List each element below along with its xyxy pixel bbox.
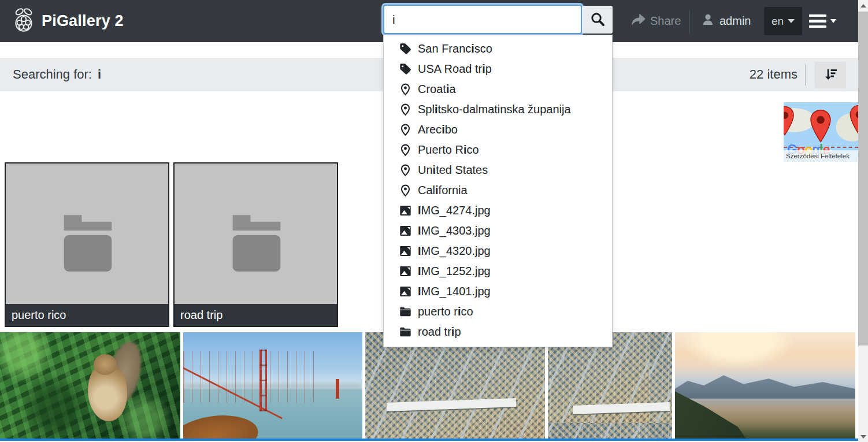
autocomplete-item-img-4274[interactable]: IMG_4274.jpg [384, 200, 612, 221]
search-input[interactable] [383, 5, 582, 34]
map-terms-link[interactable]: Szerződési Feltételek [784, 150, 858, 162]
autocomplete-item-label: Arecibo [418, 123, 458, 136]
map-marker-icon [809, 109, 832, 145]
city-art [387, 398, 516, 411]
scrollbar-thumb[interactable] [858, 12, 868, 346]
brand-link[interactable]: PiGallery 2 [10, 0, 124, 42]
bridge-art [183, 411, 261, 439]
autocomplete-item-united-states[interactable]: United States [384, 160, 612, 180]
directory-name: road trip [175, 304, 337, 326]
language-dropdown[interactable]: en [764, 7, 802, 35]
scrollbar-up-arrow[interactable] [858, 1, 868, 10]
autocomplete-item-label: IMG_4303.jpg [418, 224, 491, 237]
searching-for-text: Searching for: i [13, 58, 101, 91]
chevron-down-icon [830, 19, 836, 23]
autocomplete-item-arecibo[interactable]: Arecibo [384, 120, 612, 140]
folder-icon [399, 306, 411, 318]
photo-thumbnail-squirrel[interactable] [0, 332, 180, 439]
autocomplete-item-label: San Francisco [418, 42, 492, 55]
location-pin-icon [399, 144, 411, 156]
autocomplete-item-label: IMG_4274.jpg [418, 204, 491, 217]
user-menu-button[interactable]: admin [701, 0, 751, 42]
directory-name: puerto rico [6, 304, 168, 326]
autocomplete-item-label: California [418, 184, 468, 197]
share-button[interactable]: Share [632, 0, 681, 42]
image-icon [399, 245, 411, 257]
autocomplete-item-label: IMG_1252.jpg [418, 265, 491, 278]
location-pin-icon [399, 103, 411, 116]
autocomplete-item-label: puerto rico [418, 305, 473, 318]
image-icon [399, 205, 411, 217]
user-label: admin [719, 14, 751, 28]
tag-icon [399, 43, 411, 55]
search-query-text: i [98, 67, 101, 82]
photo-thumbnail-city-aerial[interactable] [365, 332, 545, 439]
directory-card-puerto-rico[interactable]: puerto rico [5, 162, 169, 327]
autocomplete-item-usa-road-trip[interactable]: USA Road trip [384, 59, 612, 79]
map-marker-icon [784, 106, 795, 138]
autocomplete-item-dir-road-trip[interactable]: road trip [384, 322, 612, 342]
coast-art [675, 365, 855, 399]
searching-for-label: Searching for: [13, 67, 92, 82]
raspberry-pi-logo-icon [10, 7, 37, 36]
autocomplete-item-img-1401[interactable]: IMG_1401.jpg [384, 281, 612, 302]
photo-thumbnail-mountain-coast[interactable] [675, 332, 855, 439]
item-count: 22 items [750, 58, 797, 91]
location-pin-icon [399, 184, 411, 196]
autocomplete-item-dir-puerto-rico[interactable]: puerto rico [384, 302, 612, 322]
location-pin-icon [399, 124, 411, 136]
image-icon [399, 225, 411, 237]
search-button[interactable] [582, 6, 613, 34]
autocomplete-item-label: Splitsko-dalmatinska županija [418, 103, 571, 116]
autocomplete-item-croatia[interactable]: Croatia [384, 79, 612, 99]
autocomplete-item-label: IMG_1401.jpg [418, 285, 491, 298]
image-icon [399, 285, 411, 298]
autocomplete-item-california[interactable]: California [384, 180, 612, 200]
folder-thumbnail-icon [60, 214, 115, 277]
search-autocomplete-dropdown: San Francisco USA Road trip Croatia Spli… [383, 35, 613, 347]
autocomplete-item-label: Puerto Rico [418, 143, 479, 157]
squirrel-art [94, 354, 117, 375]
autocomplete-item-img-1252[interactable]: IMG_1252.jpg [384, 261, 612, 281]
scrollbar-down-arrow[interactable] [858, 432, 868, 441]
autocomplete-item-img-4320[interactable]: IMG_4320.jpg [384, 241, 612, 261]
autocomplete-item-label: USA Road trip [418, 62, 492, 76]
autocomplete-item-label: Croatia [418, 83, 456, 96]
folder-icon [399, 326, 411, 338]
autocomplete-item-img-4303[interactable]: IMG_4303.jpg [384, 221, 612, 241]
bottom-accent-line [0, 439, 868, 441]
status-bar-divider [805, 64, 806, 86]
sort-amount-down-icon [823, 67, 838, 84]
autocomplete-item-san-francisco[interactable]: San Francisco [384, 39, 612, 59]
folder-thumbnail-icon [228, 214, 284, 277]
share-label: Share [650, 14, 681, 28]
user-icon [701, 13, 715, 29]
autocomplete-item-label: road trip [418, 325, 461, 339]
photo-thumbnail-golden-gate[interactable] [183, 332, 362, 439]
city-art [573, 402, 670, 414]
autocomplete-item-label: IMG_4320.jpg [418, 244, 491, 258]
main-menu-button[interactable] [809, 0, 836, 42]
directory-card-road-trip[interactable]: road trip [173, 162, 338, 327]
hamburger-icon [809, 14, 826, 28]
search-icon [590, 12, 605, 28]
navbar-divider [689, 10, 689, 33]
photo-thumbnail-city-aerial-2[interactable] [548, 332, 672, 439]
location-pin-icon [399, 164, 411, 176]
vertical-scrollbar[interactable] [858, 0, 868, 442]
chevron-down-icon [788, 19, 795, 23]
location-pin-icon [399, 83, 411, 95]
autocomplete-item-splitsko[interactable]: Splitsko-dalmatinska županija [384, 99, 612, 120]
bridge-art [336, 379, 339, 399]
map-marker-icon [848, 105, 858, 138]
map-thumbnail[interactable]: Google Szerződési Feltételek [784, 102, 858, 162]
sort-button[interactable] [815, 62, 846, 88]
autocomplete-item-puerto-rico[interactable]: Puerto Rico [384, 140, 612, 160]
autocomplete-item-label: United States [418, 164, 488, 177]
tag-icon [399, 63, 411, 75]
share-arrow-icon [632, 13, 646, 29]
bridge-art [259, 350, 267, 411]
language-label: en [771, 15, 784, 28]
page-title: PiGallery 2 [42, 12, 124, 30]
image-icon [399, 265, 411, 277]
